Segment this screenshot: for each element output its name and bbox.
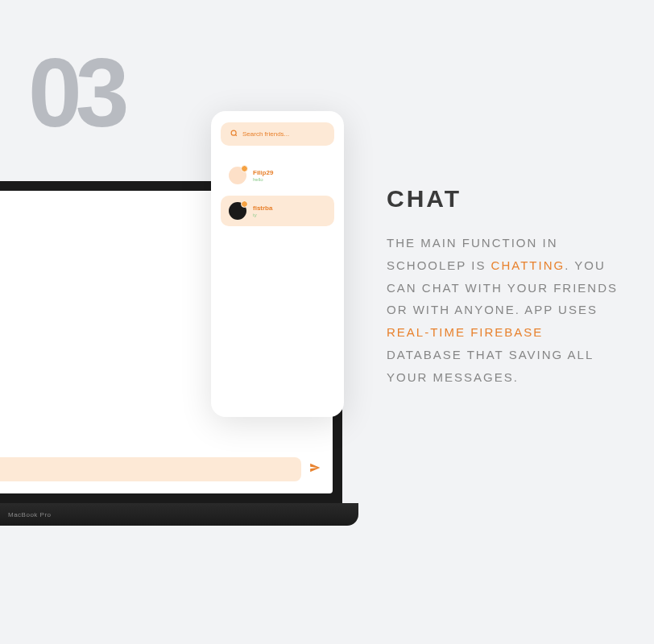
text-part: DATABASE THAT SAVING ALL YOUR MESSAGES. [387, 348, 594, 384]
friend-item[interactable]: fistrba ty [221, 196, 334, 226]
avatar [229, 202, 246, 220]
friend-info: Filip29 hello [253, 169, 273, 182]
section-title: CHAT [387, 185, 620, 213]
section-description: THE MAIN FUNCTION IN SCHOOLEP IS CHATTIN… [387, 232, 620, 388]
search-input[interactable]: Search friends... [221, 122, 334, 146]
notification-badge [241, 200, 248, 208]
friend-last-message: ty [253, 213, 272, 217]
laptop-brand: MacBook Pro [8, 511, 52, 518]
svg-line-1 [235, 134, 237, 136]
chat-input-row: Message... [0, 457, 321, 481]
content-section: CHAT THE MAIN FUNCTION IN SCHOOLEP IS CH… [387, 185, 620, 388]
phone-mockup: Search friends... Filip29 hello fistrba … [211, 111, 344, 417]
notification-badge [241, 165, 248, 172]
avatar [229, 167, 246, 184]
friend-info: fistrba ty [253, 204, 272, 217]
highlight-text: REAL-TIME FIREBASE [387, 325, 543, 339]
laptop-base: MacBook Pro [0, 503, 358, 526]
highlight-text: CHATTING [491, 258, 565, 272]
friend-name: Filip29 [253, 169, 273, 176]
friend-item[interactable]: Filip29 hello [221, 160, 334, 191]
svg-point-0 [231, 130, 236, 135]
send-icon[interactable] [309, 462, 321, 477]
section-number: 03 [28, 44, 122, 141]
friend-name: fistrba [253, 204, 272, 212]
search-placeholder: Search friends... [242, 130, 289, 138]
friend-last-message: hello [253, 177, 273, 182]
message-input[interactable]: Message... [0, 457, 301, 481]
search-icon [230, 130, 238, 138]
